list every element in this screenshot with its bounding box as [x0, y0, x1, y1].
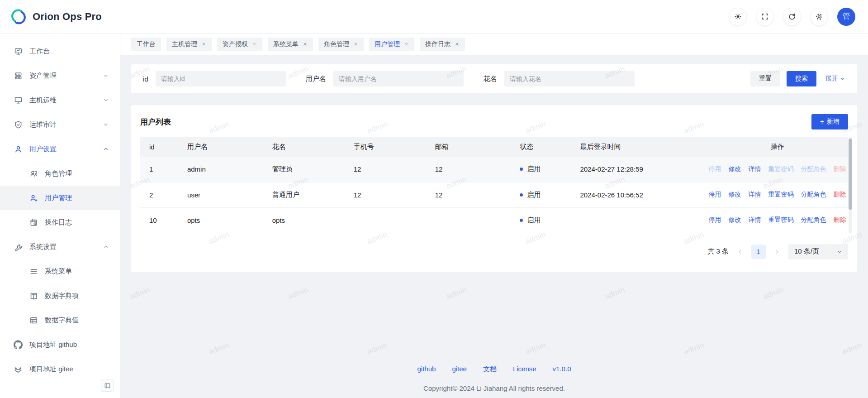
- theme-toggle-button[interactable]: [729, 8, 747, 26]
- id-input[interactable]: [156, 71, 286, 86]
- card-title: 用户列表: [140, 117, 171, 127]
- expand-toggle[interactable]: 展开: [825, 75, 845, 83]
- action-assign-role[interactable]: 分配角色: [801, 165, 826, 173]
- username-input[interactable]: [333, 71, 464, 86]
- prev-page-button[interactable]: [737, 249, 743, 255]
- action-reset-password[interactable]: 重置密码: [768, 191, 793, 199]
- chevron-down-icon: [840, 76, 845, 82]
- search-button[interactable]: 搜索: [787, 71, 816, 86]
- next-page-button[interactable]: [774, 249, 780, 255]
- action-detail[interactable]: 详情: [748, 165, 761, 173]
- tab-label: 资产授权: [223, 40, 248, 48]
- cell-actions: 停用修改详情重置密码分配角色删除: [707, 157, 848, 182]
- fullscreen-button[interactable]: [756, 8, 774, 26]
- action-detail[interactable]: 详情: [748, 216, 761, 224]
- sidebar-item-asset-management[interactable]: 资产管理: [0, 63, 120, 88]
- sidebar-item-workbench[interactable]: 工作台: [0, 39, 120, 63]
- sidebar-item-dict-items[interactable]: 数据字典项: [0, 283, 120, 308]
- status-dot-icon: [520, 168, 523, 171]
- settings-button[interactable]: [810, 8, 828, 26]
- close-icon[interactable]: [201, 42, 206, 47]
- scrollbar-thumb[interactable]: [849, 139, 852, 210]
- tab-host-management[interactable]: 主机管理: [166, 38, 212, 51]
- pagination: 共 3 条 1 10 条/页: [140, 244, 848, 259]
- sidebar-item-system-settings[interactable]: 系统设置: [0, 235, 120, 259]
- column-header-email: 邮箱: [431, 137, 516, 157]
- chevron-down-icon: [103, 97, 109, 103]
- action-delete[interactable]: 删除: [833, 191, 846, 199]
- tab-workbench[interactable]: 工作台: [131, 38, 161, 51]
- footer-link-version[interactable]: v1.0.0: [553, 365, 571, 374]
- action-disable[interactable]: 停用: [708, 216, 721, 224]
- close-icon[interactable]: [404, 42, 409, 47]
- sidebar-item-role-management[interactable]: 角色管理: [0, 161, 120, 186]
- table-grid-icon: [29, 316, 38, 325]
- watermark-text: admin: [287, 285, 309, 301]
- card-head: 用户列表 + 新增: [140, 114, 848, 129]
- footer-link-github[interactable]: github: [417, 365, 436, 374]
- cell-phone: 12: [349, 182, 431, 207]
- sidebar-item-label: 用户管理: [45, 194, 109, 202]
- tab-role-management[interactable]: 角色管理: [318, 38, 364, 51]
- chevron-down-icon: [103, 72, 109, 79]
- action-reset-password[interactable]: 重置密码: [768, 165, 793, 173]
- add-user-label: 新增: [827, 118, 840, 126]
- user-add-icon: [29, 193, 38, 202]
- nickname-input[interactable]: [504, 71, 635, 86]
- close-icon[interactable]: [353, 42, 358, 47]
- table-scrollbar[interactable]: [849, 137, 852, 233]
- sidebar-item-github[interactable]: 项目地址 github: [0, 332, 120, 357]
- close-icon[interactable]: [252, 42, 257, 47]
- watermark-text: admin: [366, 340, 389, 356]
- tab-operation-log[interactable]: 操作日志: [420, 38, 465, 51]
- footer-link-license[interactable]: License: [513, 365, 536, 374]
- sidebar-item-system-menu[interactable]: 系统菜单: [0, 259, 120, 283]
- page-size-select[interactable]: 10 条/页: [788, 244, 848, 259]
- app-header: Orion Ops Pro 管: [0, 0, 868, 34]
- add-user-button[interactable]: + 新增: [811, 114, 848, 129]
- sidebar-item-label: 工作台: [29, 47, 109, 56]
- action-edit[interactable]: 修改: [728, 165, 741, 173]
- sidebar-item-user-settings[interactable]: 用户设置: [0, 137, 120, 161]
- cell-actions: 停用修改详情重置密码分配角色删除: [707, 182, 848, 207]
- filter-field-id: id: [143, 71, 286, 86]
- footer-link-gitee[interactable]: gitee: [452, 365, 467, 374]
- filter-actions: 重置 搜索 展开: [750, 71, 845, 86]
- cell-nickname: 管理员: [268, 157, 349, 182]
- refresh-button[interactable]: [783, 8, 801, 26]
- tab-label: 工作台: [137, 40, 156, 48]
- action-disable[interactable]: 停用: [708, 191, 721, 199]
- sidebar-item-host-ops[interactable]: 主机运维: [0, 88, 120, 112]
- action-delete[interactable]: 删除: [833, 165, 846, 173]
- avatar[interactable]: 管: [837, 8, 855, 26]
- action-edit[interactable]: 修改: [728, 216, 741, 224]
- action-reset-password[interactable]: 重置密码: [768, 216, 793, 224]
- page-number[interactable]: 1: [751, 245, 766, 259]
- tab-label: 系统菜单: [273, 40, 299, 48]
- action-disable[interactable]: 停用: [708, 165, 721, 173]
- sidebar-item-user-management[interactable]: 用户管理: [0, 186, 120, 210]
- footer-link-docs[interactable]: 文档: [483, 365, 497, 374]
- tab-system-menu[interactable]: 系统菜单: [268, 38, 313, 51]
- cell-id: 1: [140, 157, 183, 182]
- sidebar-item-operation-log[interactable]: 操作日志: [0, 210, 120, 235]
- action-delete[interactable]: 删除: [833, 216, 846, 224]
- close-icon[interactable]: [455, 42, 460, 47]
- reset-button[interactable]: 重置: [750, 71, 780, 86]
- app-title: Orion Ops Pro: [33, 11, 102, 23]
- cell-last-login: 2024-02-26 10:56:52: [575, 182, 707, 207]
- action-assign-role[interactable]: 分配角色: [801, 216, 826, 224]
- sidebar-item-label: 数据字典项: [45, 292, 109, 300]
- sidebar-item-dict-values[interactable]: 数据字典值: [0, 308, 120, 332]
- filter-fields: id 用户名 花名: [143, 71, 635, 86]
- sidebar-item-gitee[interactable]: 项目地址 gitee: [0, 357, 120, 381]
- action-assign-role[interactable]: 分配角色: [801, 191, 826, 199]
- tab-asset-authorization[interactable]: 资产授权: [217, 38, 262, 51]
- sidebar-item-ops-audit[interactable]: 运维审计: [0, 112, 120, 137]
- action-detail[interactable]: 详情: [748, 191, 761, 199]
- watermark-text: admin: [287, 396, 309, 398]
- action-edit[interactable]: 修改: [728, 191, 741, 199]
- close-icon[interactable]: [303, 42, 308, 47]
- tab-user-management[interactable]: 用户管理: [369, 38, 414, 51]
- sidebar-collapse-button[interactable]: [101, 379, 114, 392]
